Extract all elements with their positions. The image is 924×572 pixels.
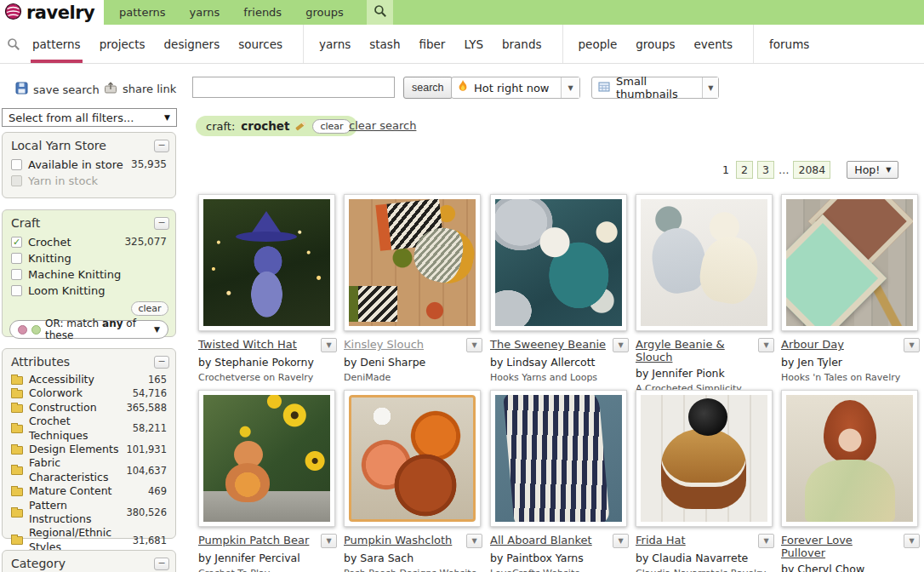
save-search-button[interactable]: save search [15,82,100,97]
hop-dropdown[interactable]: Hop! ▼ [847,161,898,179]
top-nav-groups[interactable]: groups [305,6,344,19]
tab-designers[interactable]: designers [163,25,222,63]
pattern-thumbnail[interactable] [636,194,773,331]
craft-match-mode-dropdown[interactable]: OR: match any of these ▼ [9,320,168,339]
pattern-photo [786,199,913,326]
attribute-mature-content[interactable]: Mature Content469 [3,484,175,498]
search-button[interactable]: search [403,77,453,99]
filter-label: Available in store [28,157,123,173]
attribute-design-elements[interactable]: Design Elements101,931 [3,443,175,456]
checkbox[interactable] [11,253,22,264]
card-menu-button[interactable]: ▼ [613,534,629,548]
attribute-pattern-instructions[interactable]: Pattern Instructions380,526 [3,499,175,527]
filter-crochet[interactable]: ✓ Crochet 325,077 [3,234,175,250]
pattern-title-link[interactable]: Arbour Day [781,338,844,351]
tab-forums[interactable]: forums [767,25,811,63]
tab-fiber[interactable]: fiber [417,25,447,63]
top-nav-patterns[interactable]: patterns [119,6,166,19]
filter-loom-knitting[interactable]: Loom Knitting [3,283,175,299]
view-dropdown[interactable]: Small thumbnails ▼ [591,77,719,99]
pattern-thumbnail[interactable] [781,390,918,527]
pattern-thumbnail[interactable] [344,194,481,331]
pattern-author: by Jen Tyler [781,356,920,369]
card-menu-button[interactable]: ▼ [613,338,629,352]
tab-brands[interactable]: brands [500,25,544,63]
pattern-source: Posh Pooch Designs Website [344,568,482,572]
divider [562,25,563,63]
pattern-photo [203,199,330,326]
card-menu-button[interactable]: ▼ [758,534,774,548]
pattern-title-link[interactable]: Twisted Witch Hat [198,338,297,351]
attributes-box: Attributes − Accessibility165 Colorwork5… [2,348,176,539]
tab-yarns[interactable]: yarns [317,25,352,63]
pattern-title-link[interactable]: Kinsley Slouch [344,338,424,351]
card-menu-button[interactable]: ▼ [904,534,920,548]
all-filters-dropdown[interactable]: Select from all filters... ▼ [2,108,177,127]
card-menu-button[interactable]: ▼ [466,534,482,548]
tab-lys[interactable]: LYS [462,25,485,63]
search-input[interactable] [192,77,395,98]
top-nav-friends[interactable]: friends [243,6,282,19]
pattern-title-link[interactable]: Pumpkin Patch Bear [198,534,309,546]
top-nav-yarns[interactable]: yarns [190,6,220,19]
checkbox-checked[interactable]: ✓ [11,237,22,248]
collapse-button[interactable]: − [154,558,169,570]
checkbox[interactable] [11,269,22,280]
pattern-title-link[interactable]: The Sweeney Beanie [490,338,606,351]
pattern-title-link[interactable]: Pumpkin Washcloth [344,534,452,546]
filter-knitting[interactable]: Knitting [3,250,175,266]
collapse-button[interactable]: − [154,356,169,369]
chip-clear-button[interactable]: clear [312,119,351,134]
ravelry-logo[interactable]: ravelry [0,0,104,25]
tab-patterns[interactable]: patterns [31,25,83,63]
collapse-button[interactable]: − [154,140,169,152]
card-menu-button[interactable]: ▼ [321,534,337,548]
card-menu-button[interactable]: ▼ [466,338,482,352]
attribute-crochet-techniques[interactable]: Crochet Techniques58,211 [3,415,175,443]
pattern-thumbnail[interactable] [198,194,335,331]
top-bar: ravelry patterns yarns friends groups he… [0,0,924,25]
tab-groups[interactable]: groups [634,25,676,63]
edit-pencil-icon[interactable] [296,121,307,130]
card-menu-button[interactable]: ▼ [758,338,774,352]
pattern-thumbnail[interactable] [636,390,773,527]
pattern-thumbnail[interactable] [344,390,481,527]
page-3-button[interactable]: 3 [757,161,774,179]
pattern-thumbnail[interactable] [490,390,627,527]
pattern-title-link[interactable]: Forever Love Pullover [781,534,900,559]
checkbox[interactable] [11,159,22,170]
grid-icon [598,81,610,95]
pattern-thumbnail[interactable] [781,194,918,331]
pattern-photo [349,199,476,326]
tab-stash[interactable]: stash [368,25,402,63]
pattern-title-link[interactable]: All Aboard Blanket [490,534,592,546]
filter-available-in-store[interactable]: Available in store 35,935 [3,157,175,173]
brand-name: ravelry [26,3,94,23]
pattern-title-link[interactable]: Frida Hat [636,534,686,546]
page-2-button[interactable]: 2 [736,161,753,179]
attribute-construction[interactable]: Construction365,588 [3,401,175,415]
pattern-title-link[interactable]: Argyle Beanie & Slouch [636,338,755,363]
tab-sources[interactable]: sources [237,25,284,63]
sort-dropdown-value: Hot right now [474,82,549,94]
clear-search-link[interactable]: clear search [349,119,416,132]
share-link-button[interactable]: share link [104,82,176,96]
pattern-thumbnail[interactable] [490,194,627,331]
craft-clear-button[interactable]: clear [131,301,168,316]
collapse-button[interactable]: − [154,217,169,230]
card-menu-button[interactable]: ▼ [904,338,920,352]
sort-dropdown[interactable]: Hot right now ▼ [451,77,580,99]
filter-machine-knitting[interactable]: Machine Knitting [3,266,175,283]
tab-projects[interactable]: projects [98,25,147,63]
top-search-button[interactable] [367,0,393,25]
card-menu-button[interactable]: ▼ [321,338,337,352]
attribute-fabric-characteristics[interactable]: Fabric Characteristics104,637 [3,456,175,484]
checkbox[interactable] [11,285,22,296]
tab-people[interactable]: people [577,25,619,63]
view-dropdown-value: Small thumbnails [616,75,696,100]
page-last-button[interactable]: 2084 [793,161,830,179]
tab-events[interactable]: events [693,25,734,63]
attribute-accessibility[interactable]: Accessibility165 [3,373,175,386]
attribute-colorwork[interactable]: Colorwork54,716 [3,386,175,400]
pattern-thumbnail[interactable] [198,390,335,527]
